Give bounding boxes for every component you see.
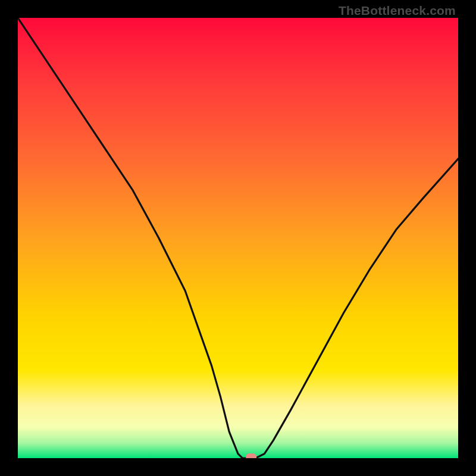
gradient-background <box>18 18 458 458</box>
chart-frame: TheBottleneck.com <box>0 0 476 476</box>
watermark-text: TheBottleneck.com <box>339 4 456 18</box>
plot-area <box>18 18 458 458</box>
optimum-marker <box>246 453 256 458</box>
chart-svg <box>18 18 458 458</box>
